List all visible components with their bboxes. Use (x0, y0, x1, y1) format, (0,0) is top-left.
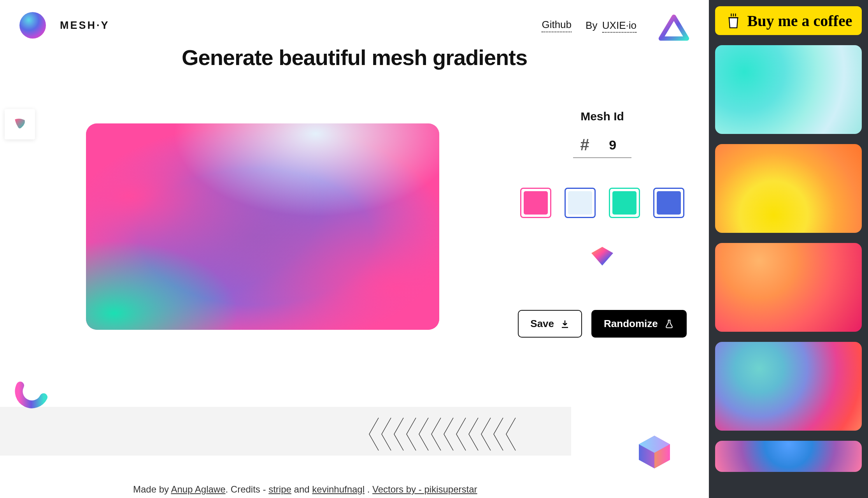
svg-marker-0 (661, 17, 687, 39)
uxie-link[interactable]: UXIE·io (602, 19, 637, 33)
swatch-fill (568, 191, 592, 215)
preset-thumbnail[interactable] (715, 144, 862, 233)
swatch-fill (612, 191, 637, 215)
sidebar: Buy me a coffee (709, 0, 868, 498)
author-link[interactable]: Anup Aglawe (171, 484, 225, 494)
preset-thumbnail[interactable] (715, 441, 862, 472)
kevin-link[interactable]: kevinhufnagl (312, 484, 365, 494)
save-button[interactable]: Save (518, 310, 582, 338)
by-label: By (586, 19, 597, 31)
coffee-label: Buy me a coffee (747, 12, 852, 30)
page-title: Generate beautiful mesh gradients (0, 45, 709, 70)
ring-icon (12, 378, 51, 409)
color-swatch[interactable] (609, 188, 640, 218)
footer: Made by Anup Aglawe. Credits - stripe an… (133, 484, 477, 495)
header: MESH·Y Github By UXIE·io (0, 12, 709, 39)
gradient-preview (86, 123, 439, 330)
mesh-id-field: # (573, 135, 631, 158)
vectors-link[interactable]: Vectors by - pikisuperstar (372, 484, 477, 494)
mesh-id-label: Mesh Id (519, 110, 685, 123)
color-swatch[interactable] (653, 188, 684, 218)
gem-icon (519, 245, 685, 267)
coffee-cup-icon (725, 12, 742, 29)
logo-text: MESH·Y (60, 19, 110, 32)
badge-icon (12, 116, 28, 132)
buy-coffee-button[interactable]: Buy me a coffee (715, 6, 862, 35)
prism-icon (658, 14, 689, 45)
save-label: Save (530, 318, 554, 330)
github-link[interactable]: Github (542, 19, 572, 32)
controls-panel: Mesh Id # Save Randomize (519, 110, 685, 338)
randomize-button[interactable]: Randomize (591, 310, 687, 338)
stripe-link[interactable]: stripe (268, 484, 291, 494)
hash-icon: # (580, 135, 589, 154)
color-swatch[interactable] (520, 188, 551, 218)
logo-mark (19, 12, 46, 39)
preset-thumbnail[interactable] (715, 243, 862, 332)
preset-thumbnail[interactable] (715, 342, 862, 431)
side-badge[interactable] (5, 109, 35, 139)
download-icon (560, 319, 570, 329)
chevron-pattern (368, 415, 523, 454)
swatch-fill (524, 191, 548, 215)
preset-thumbnail[interactable] (715, 45, 862, 134)
color-swatch[interactable] (565, 188, 596, 218)
randomize-label: Randomize (604, 318, 658, 330)
swatch-fill (657, 191, 681, 215)
cube-icon (635, 433, 674, 472)
mesh-id-input[interactable] (601, 137, 624, 153)
svg-rect-6 (86, 123, 439, 330)
color-swatches (519, 188, 685, 218)
flask-icon (664, 319, 674, 329)
svg-marker-7 (591, 247, 613, 266)
